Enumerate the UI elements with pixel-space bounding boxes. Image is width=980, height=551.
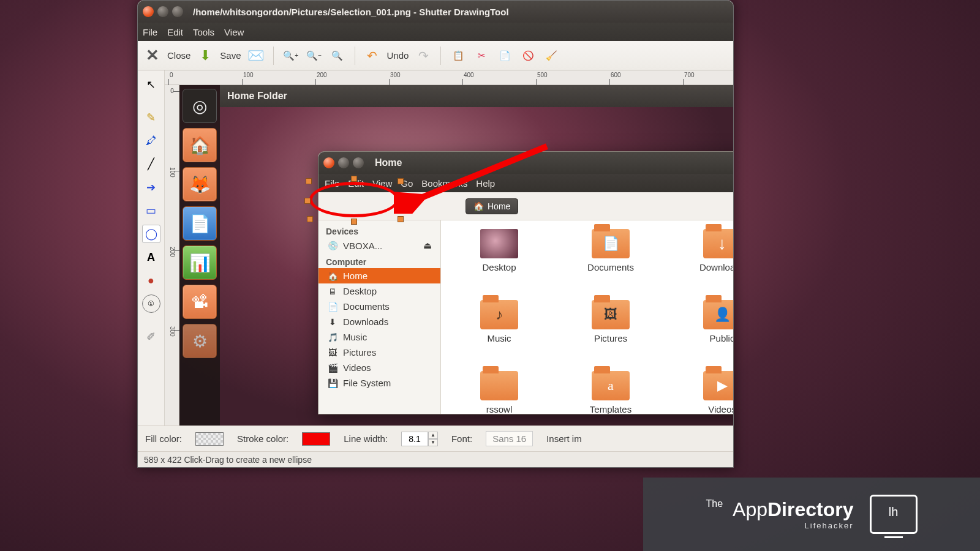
crop-tool-icon[interactable]: ✐ bbox=[142, 328, 160, 346]
launcher-calc-icon[interactable]: 📊 bbox=[183, 246, 217, 280]
menu-view[interactable]: View bbox=[224, 27, 244, 37]
maximize-window-button[interactable] bbox=[172, 6, 183, 17]
launcher-firefox-icon[interactable]: 🦊 bbox=[183, 167, 217, 201]
sidebar-item-pictures[interactable]: 🖼Pictures bbox=[318, 345, 440, 360]
font-selector[interactable]: Sans 16 bbox=[486, 431, 533, 446]
selection-handle[interactable] bbox=[351, 176, 357, 182]
line-width-input[interactable] bbox=[401, 432, 428, 446]
sidebar-device-vbox[interactable]: 💿 VBOXA... ⏏ bbox=[318, 238, 440, 253]
minimize-window-button[interactable] bbox=[157, 6, 168, 17]
nautilus-minimize-button[interactable] bbox=[338, 157, 349, 168]
screenshot-canvas[interactable]: ◎ 🏠 🦊 📄 📊 📽 ⚙ Home Folder bbox=[179, 85, 733, 425]
redo-icon[interactable]: ↷ bbox=[415, 47, 432, 64]
disc-icon: 💿 bbox=[327, 241, 338, 250]
zoom-fit-icon[interactable]: 🔍 bbox=[329, 47, 346, 64]
nautilus-maximize-button[interactable] bbox=[353, 157, 364, 168]
line-width-label: Line width: bbox=[344, 433, 388, 444]
stroke-color-swatch[interactable] bbox=[302, 432, 330, 446]
insert-image-label: Insert im bbox=[546, 433, 582, 444]
text-tool-icon[interactable]: A bbox=[142, 248, 160, 266]
zoom-out-icon[interactable]: 🔍− bbox=[306, 47, 323, 64]
selection-handle[interactable] bbox=[351, 219, 357, 225]
eject-icon[interactable]: ⏏ bbox=[423, 240, 432, 251]
paste-icon[interactable]: 📄 bbox=[496, 47, 513, 64]
titlebar[interactable]: /home/whitsongordon/Pictures/Selection_0… bbox=[138, 1, 733, 23]
line-width-spinner[interactable]: ▲▼ bbox=[401, 432, 438, 446]
save-label[interactable]: Save bbox=[220, 50, 241, 61]
pointer-tool-icon[interactable]: ↖ bbox=[142, 75, 160, 94]
grid-music[interactable]: Music bbox=[447, 300, 551, 367]
launcher-impress-icon[interactable]: 📽 bbox=[183, 285, 217, 319]
grid-rssowl[interactable]: rssowl bbox=[447, 371, 551, 414]
spinner-up-icon[interactable]: ▲ bbox=[428, 432, 438, 439]
grid-pictures[interactable]: Pictures bbox=[559, 300, 663, 367]
n-menu-bookmarks[interactable]: Bookmarks bbox=[421, 178, 467, 189]
annotation-ellipse[interactable] bbox=[309, 182, 399, 217]
documents-icon: 📄 bbox=[327, 302, 338, 312]
selection-handle[interactable] bbox=[398, 178, 404, 184]
desktop-thumb-icon bbox=[480, 229, 518, 258]
shutter-window: /home/whitsongordon/Pictures/Selection_0… bbox=[137, 0, 734, 468]
censor-tool-icon[interactable]: ● bbox=[142, 271, 160, 290]
arrow-tool-icon[interactable]: ➔ bbox=[142, 178, 160, 197]
selection-handle[interactable] bbox=[304, 198, 311, 204]
desktop-icon: 🖥 bbox=[327, 287, 338, 296]
export-icon[interactable]: ✉️ bbox=[247, 47, 265, 64]
grid-documents[interactable]: Documents bbox=[559, 229, 663, 296]
selection-handle[interactable] bbox=[306, 178, 312, 184]
selection-handle[interactable] bbox=[398, 216, 404, 222]
menu-file[interactable]: File bbox=[143, 27, 157, 37]
sidebar-item-music[interactable]: 🎵Music bbox=[318, 329, 440, 345]
path-home-button[interactable]: 🏠 Home bbox=[466, 198, 518, 214]
filesystem-icon: 💾 bbox=[327, 378, 338, 388]
close-icon[interactable]: ✕ bbox=[144, 47, 161, 64]
grid-templates[interactable]: Templates bbox=[559, 371, 663, 414]
menu-tools[interactable]: Tools bbox=[193, 27, 214, 37]
undo-icon[interactable]: ↶ bbox=[364, 47, 381, 64]
sidebar-item-documents[interactable]: 📄Documents bbox=[318, 299, 440, 314]
grid-downloads[interactable]: Downloads bbox=[670, 229, 733, 296]
ruler-vertical: 0 100 200 300 bbox=[165, 85, 179, 425]
close-label[interactable]: Close bbox=[167, 50, 190, 61]
cut-icon[interactable]: ✂ bbox=[473, 47, 490, 64]
clear-icon[interactable]: 🧹 bbox=[543, 47, 560, 64]
canvas-area[interactable]: 0 100 200 300 400 500 600 700 0 100 200 … bbox=[165, 70, 733, 425]
delete-icon[interactable]: 🚫 bbox=[519, 47, 537, 64]
launcher-ubuntu-icon[interactable]: ◎ bbox=[183, 89, 217, 123]
n-menu-help[interactable]: Help bbox=[476, 178, 495, 189]
launcher-writer-icon[interactable]: 📄 bbox=[183, 206, 217, 241]
spinner-down-icon[interactable]: ▼ bbox=[428, 439, 438, 446]
highlighter-tool-icon[interactable]: 🖍 bbox=[142, 132, 160, 150]
selection-handle[interactable] bbox=[307, 216, 313, 222]
number-tool-icon[interactable]: ① bbox=[142, 294, 160, 313]
line-tool-icon[interactable]: ╱ bbox=[142, 155, 160, 173]
folder-icon bbox=[703, 229, 733, 258]
menu-edit[interactable]: Edit bbox=[167, 27, 183, 37]
sidebar-item-downloads[interactable]: ⬇Downloads bbox=[318, 314, 440, 329]
launcher-settings-icon[interactable]: ⚙ bbox=[183, 324, 217, 358]
grid-desktop[interactable]: Desktop bbox=[447, 229, 551, 296]
fill-color-swatch[interactable] bbox=[195, 432, 224, 446]
nautilus-titlebar[interactable]: Home bbox=[318, 152, 733, 174]
sidebar-item-videos[interactable]: 🎬Videos bbox=[318, 360, 440, 375]
nautilus-close-button[interactable] bbox=[323, 157, 334, 168]
sidebar-item-desktop[interactable]: 🖥Desktop bbox=[318, 283, 440, 299]
launcher-home-icon[interactable]: 🏠 bbox=[183, 128, 217, 162]
nautilus-icon-grid[interactable]: Desktop Documents Downloads Music Pictur… bbox=[441, 220, 733, 414]
folder-icon bbox=[480, 371, 518, 400]
sidebar-item-home[interactable]: 🏠Home bbox=[318, 268, 440, 283]
ellipse-tool-icon[interactable]: ◯ bbox=[142, 225, 160, 243]
freehand-tool-icon[interactable]: ✎ bbox=[142, 108, 160, 127]
close-window-button[interactable] bbox=[143, 6, 154, 17]
rect-tool-icon[interactable]: ▭ bbox=[142, 201, 160, 220]
selection-handle[interactable] bbox=[400, 198, 406, 204]
zoom-in-icon[interactable]: 🔍+ bbox=[282, 47, 300, 64]
sidebar-item-filesystem[interactable]: 💾File System bbox=[318, 375, 440, 391]
unity-launcher: ◎ 🏠 🦊 📄 📊 📽 ⚙ bbox=[179, 85, 220, 425]
grid-videos[interactable]: Videos bbox=[670, 371, 733, 414]
undo-label[interactable]: Undo bbox=[387, 50, 409, 61]
copy-icon[interactable]: 📋 bbox=[450, 47, 467, 64]
save-icon[interactable]: ⬇ bbox=[197, 47, 214, 64]
sidebar-computer-head: Computer bbox=[318, 253, 440, 268]
grid-public[interactable]: Public bbox=[670, 300, 733, 367]
